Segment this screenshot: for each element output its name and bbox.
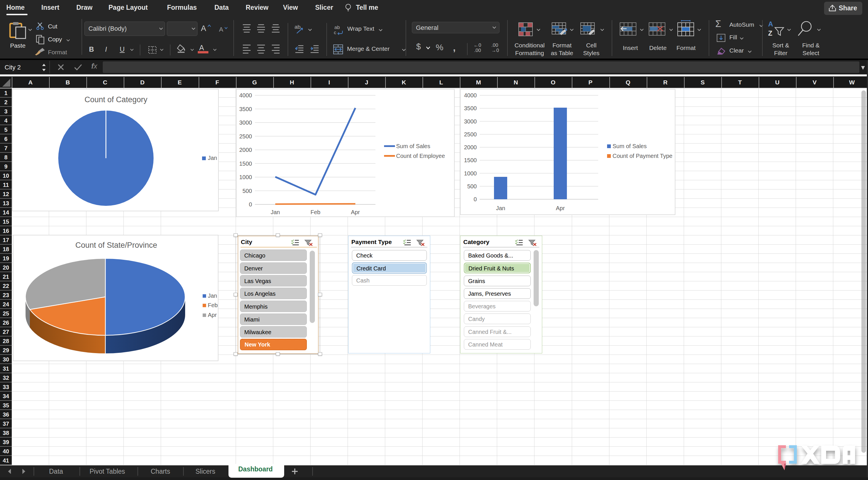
svg-text:1000: 1000 [239,174,252,180]
svg-text:Apr: Apr [351,209,360,215]
svg-text:1000: 1000 [464,170,477,177]
svg-text:Sum of Sales: Sum of Sales [396,143,430,149]
svg-text:Jan: Jan [208,155,217,161]
svg-text:1500: 1500 [464,157,477,163]
svg-text:ab: ab [334,25,340,30]
svg-text:0: 0 [474,196,477,202]
svg-text:2500: 2500 [239,133,252,140]
svg-text:3000: 3000 [464,118,477,125]
svg-text:Count of Payment Type: Count of Payment Type [613,153,673,159]
svg-text:500: 500 [467,183,477,189]
svg-text:Feb: Feb [208,302,218,308]
svg-text:Z: Z [768,29,772,37]
svg-text:2000: 2000 [464,144,477,150]
svg-text:Count of State/Province: Count of State/Province [75,241,157,249]
svg-text:1500: 1500 [239,160,252,167]
svg-text:Sum of Sales: Sum of Sales [613,143,647,149]
svg-text:Jan: Jan [271,209,280,215]
svg-text:500: 500 [243,188,252,194]
svg-text:2500: 2500 [464,131,477,138]
svg-text:A: A [768,20,773,28]
svg-text:2000: 2000 [239,147,252,153]
svg-text:Count of Employee: Count of Employee [396,153,445,159]
svg-text:Feb: Feb [311,209,320,215]
svg-text:4000: 4000 [239,92,252,98]
svg-text:c: c [334,30,336,35]
svg-text:3000: 3000 [239,119,252,126]
svg-text:Apr: Apr [556,205,565,211]
svg-text:Jan: Jan [208,293,217,299]
svg-text:Jan: Jan [496,205,505,211]
svg-text:ab: ab [294,24,301,30]
svg-text:4000: 4000 [464,92,477,98]
svg-text:3500: 3500 [464,105,477,111]
svg-text:0: 0 [249,201,252,208]
svg-text:3500: 3500 [239,106,252,112]
svg-text:Apr: Apr [208,312,217,318]
